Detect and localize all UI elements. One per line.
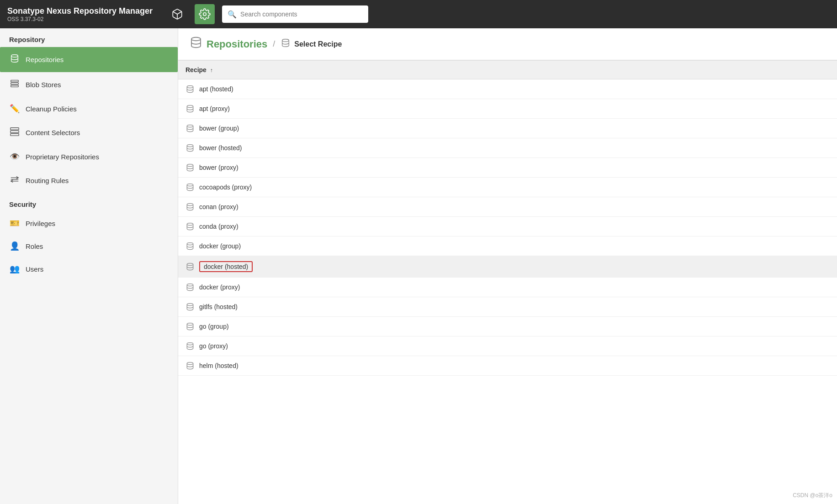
browse-button[interactable] (167, 4, 187, 24)
search-input[interactable] (240, 10, 363, 18)
sidebar-item-label: Proprietary Repositories (26, 153, 99, 161)
recipe-name: bower (proxy) (199, 164, 238, 171)
roles-icon: 👤 (9, 241, 20, 251)
table-row[interactable]: docker (group) (178, 236, 837, 256)
recipe-cell: docker (hosted) (178, 256, 837, 278)
table-row[interactable]: conan (proxy) (178, 197, 837, 217)
sidebar-item-users[interactable]: 👥 Users (0, 257, 178, 280)
svg-point-15 (187, 105, 193, 108)
recipe-name: conda (proxy) (199, 223, 238, 230)
recipe-name: apt (proxy) (199, 105, 230, 112)
recipe-cell: gitlfs (hosted) (178, 297, 837, 317)
sidebar-item-label: Roles (26, 242, 43, 250)
sidebar-item-cleanup-policies[interactable]: ✏️ Cleanup Policies (0, 97, 178, 120)
table-row[interactable]: go (group) (178, 317, 837, 336)
table-row[interactable]: docker (proxy) (178, 278, 837, 297)
recipe-db-icon (185, 283, 195, 292)
search-bar[interactable]: 🔍 (222, 5, 368, 23)
sidebar-section-security: Security (0, 193, 178, 212)
cleanup-icon: ✏️ (9, 104, 20, 114)
recipe-db-icon (185, 104, 195, 113)
recipe-name: conan (proxy) (199, 203, 238, 210)
blob-stores-icon (9, 79, 20, 91)
table-row[interactable]: helm (hosted) (178, 356, 837, 376)
sidebar-item-routing-rules[interactable]: Routing Rules (0, 168, 178, 193)
recipe-db-icon (185, 124, 195, 133)
svg-point-22 (187, 243, 193, 245)
recipe-table-container: Recipe ↑ apt (hosted) apt (proxy) bower … (178, 61, 837, 504)
sidebar-item-label: Content Selectors (26, 129, 80, 136)
recipe-cell: cocoapods (proxy) (178, 178, 837, 197)
table-row[interactable]: go (proxy) (178, 336, 837, 356)
svg-point-13 (282, 39, 289, 42)
recipe-db-icon (185, 322, 195, 331)
recipe-cell: docker (group) (178, 236, 837, 256)
table-row[interactable]: docker (hosted) (178, 256, 837, 278)
recipe-cell: go (proxy) (178, 336, 837, 356)
sidebar-item-privileges[interactable]: 🎫 Privileges (0, 212, 178, 235)
table-row[interactable]: bower (hosted) (178, 138, 837, 158)
recipe-name: go (group) (199, 323, 229, 330)
app-title: Sonatype Nexus Repository Manager (7, 6, 153, 16)
svg-point-17 (187, 145, 193, 147)
search-icon: 🔍 (228, 10, 237, 19)
svg-point-21 (187, 223, 193, 226)
svg-point-12 (191, 37, 201, 41)
app-version: OSS 3.37.3-02 (7, 16, 153, 22)
table-row[interactable]: apt (proxy) (178, 99, 837, 119)
sidebar-item-repositories[interactable]: Repositories (0, 47, 178, 72)
sidebar-item-label: Repositories (26, 56, 64, 63)
svg-point-20 (187, 204, 193, 206)
sidebar-item-roles[interactable]: 👤 Roles (0, 235, 178, 257)
navbar: Sonatype Nexus Repository Manager OSS 3.… (0, 0, 837, 28)
sidebar-item-label: Privileges (26, 220, 55, 227)
table-row[interactable]: conda (proxy) (178, 217, 837, 236)
table-row[interactable]: gitlfs (hosted) (178, 297, 837, 317)
recipe-name: go (proxy) (199, 342, 228, 350)
svg-point-19 (187, 184, 193, 186)
watermark: CSDN @o茶洋o (793, 492, 832, 499)
page-subtitle: Select Recipe (294, 40, 342, 48)
svg-rect-3 (11, 80, 19, 82)
recipe-cell: go (group) (178, 317, 837, 336)
svg-point-1 (203, 13, 207, 16)
sidebar-item-proprietary-repositories[interactable]: 👁️ Proprietary Repositories (0, 145, 178, 168)
svg-point-2 (11, 55, 18, 58)
svg-point-16 (187, 125, 193, 127)
recipe-table: Recipe ↑ apt (hosted) apt (proxy) bower … (178, 61, 837, 376)
users-icon: 👥 (9, 264, 20, 274)
sidebar-item-content-selectors[interactable]: Content Selectors (0, 120, 178, 145)
recipe-db-icon (185, 143, 195, 152)
breadcrumb-sep: / (273, 39, 275, 49)
table-row[interactable]: bower (proxy) (178, 158, 837, 178)
repositories-icon (9, 53, 20, 66)
column-recipe[interactable]: Recipe ↑ (178, 61, 837, 79)
recipe-name: docker (group) (199, 242, 241, 250)
recipe-cell: conan (proxy) (178, 197, 837, 217)
recipe-cell: helm (hosted) (178, 356, 837, 376)
svg-point-14 (187, 86, 193, 88)
recipe-db-icon (185, 361, 195, 370)
sidebar-item-blob-stores[interactable]: Blob Stores (0, 72, 178, 97)
svg-rect-6 (11, 128, 19, 130)
table-row[interactable]: apt (hosted) (178, 79, 837, 99)
app-brand: Sonatype Nexus Repository Manager OSS 3.… (7, 6, 153, 22)
recipe-db-icon (185, 222, 195, 231)
box-icon (171, 8, 183, 20)
page-header: Repositories / Select Recipe (178, 28, 837, 61)
recipe-name: cocoapods (proxy) (199, 184, 252, 191)
svg-point-24 (187, 284, 193, 286)
page-header-db-icon (189, 36, 203, 52)
recipe-db-icon (185, 163, 195, 172)
recipe-db-icon (185, 341, 195, 351)
routing-icon (9, 174, 20, 187)
table-row[interactable]: bower (group) (178, 119, 837, 138)
table-row[interactable]: cocoapods (proxy) (178, 178, 837, 197)
admin-button[interactable] (195, 4, 215, 24)
svg-rect-7 (11, 131, 19, 133)
page-title[interactable]: Repositories (207, 38, 267, 50)
recipe-cell: docker (proxy) (178, 278, 837, 297)
page-sub-icon (281, 38, 291, 50)
privileges-icon: 🎫 (9, 218, 20, 228)
recipe-cell: conda (proxy) (178, 217, 837, 236)
